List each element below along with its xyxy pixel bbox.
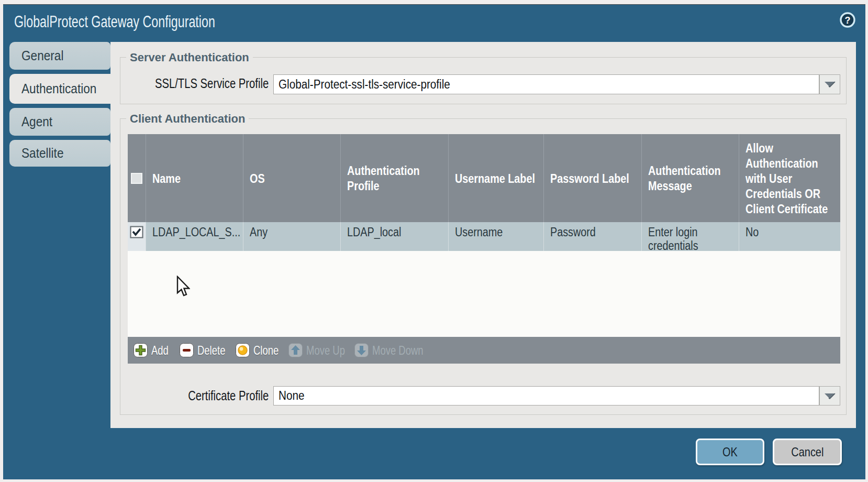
svg-text:?: ?	[845, 15, 851, 26]
